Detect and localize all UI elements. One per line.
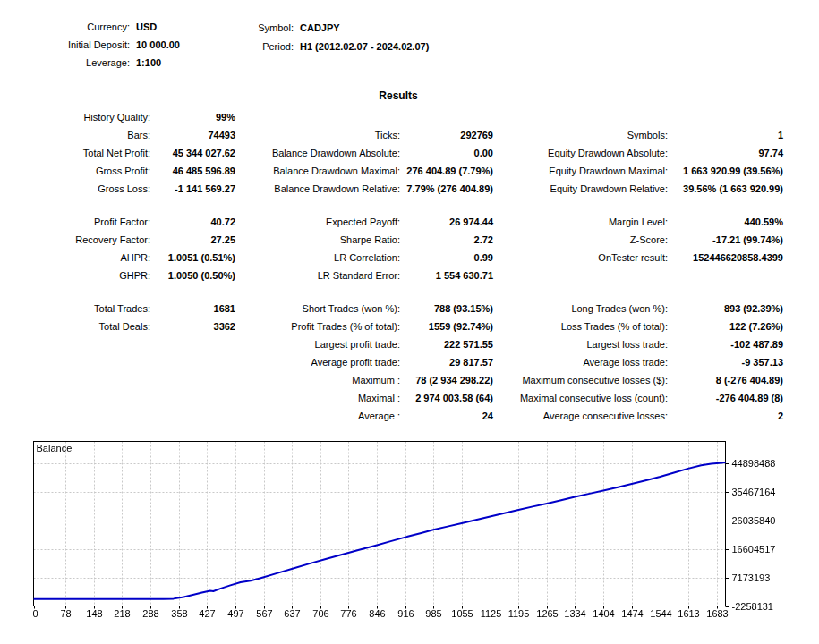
stat-label: Z-Score: — [493, 231, 668, 249]
stat-label: Margin Level: — [493, 213, 668, 231]
stat-label: Ticks: — [235, 126, 400, 144]
header-field-value: CADJPY — [300, 19, 595, 38]
stat-value: 97.74 — [668, 144, 783, 162]
stat-value: 122 (7.26%) — [668, 318, 783, 335]
stat-value: 3362 — [150, 318, 235, 335]
stats-block-trades: Total Trades:1681Short Trades (won %):78… — [0, 300, 783, 425]
stat-value: 788 (93.15%) — [400, 300, 493, 318]
stat-label — [493, 108, 668, 126]
stat-label: Long Trades (won %): — [493, 300, 668, 318]
stat-label: Largest loss trade: — [493, 335, 668, 353]
stat-value: 99% — [150, 108, 235, 126]
stat-value: -1 141 569.27 — [150, 180, 235, 198]
stat-value — [150, 389, 235, 407]
stat-value: 1559 (92.74%) — [400, 318, 493, 335]
stat-value — [150, 371, 235, 389]
stat-label: Gross Profit: — [0, 162, 150, 180]
stat-label: Average loss trade: — [493, 353, 668, 371]
stat-label: Profit Trades (% of total): — [235, 318, 400, 335]
stat-label — [0, 389, 150, 407]
stat-value: 7.79% (276 404.89) — [400, 180, 493, 198]
stat-label — [0, 407, 150, 425]
header-field-label: Period: — [206, 38, 294, 56]
stat-value: 2 — [668, 407, 783, 425]
stat-label — [493, 267, 668, 284]
stat-label: Bars: — [0, 126, 150, 144]
stat-value — [150, 353, 235, 371]
stat-label: Expected Payoff: — [235, 213, 400, 231]
stat-label: Maximum consecutive losses ($): — [493, 371, 668, 389]
stat-label: Equity Drawdown Relative: — [493, 180, 668, 198]
stat-label — [0, 335, 150, 353]
stat-label: Balance Drawdown Maximal: — [235, 162, 400, 180]
stat-label: Gross Loss: — [0, 180, 150, 198]
stat-label: LR Correlation: — [235, 249, 400, 267]
stat-label: Balance Drawdown Absolute: — [235, 144, 400, 162]
stat-value: 893 (92.39%) — [668, 300, 783, 318]
stat-value: 8 (-276 404.89) — [668, 371, 783, 389]
stat-label: Average profit trade: — [235, 353, 400, 371]
stats-block-overview: History Quality:99%Bars:74493Ticks:29276… — [0, 108, 783, 198]
stat-value — [150, 407, 235, 425]
stat-value: 276 404.89 (7.79%) — [400, 162, 493, 180]
strategy-tester-report: Currency:USDInitial Deposit:10 000.00Lev… — [0, 0, 819, 644]
header-field-label: Leverage: — [0, 54, 130, 72]
header-field-label: Initial Deposit: — [0, 36, 130, 54]
stat-label: Average : — [235, 407, 400, 425]
stat-value: 1 — [668, 126, 783, 144]
header-field-label: Symbol: — [206, 19, 294, 38]
stat-label: Total Deals: — [0, 318, 150, 335]
stat-label: Symbols: — [493, 126, 668, 144]
stat-label: OnTester result: — [493, 249, 668, 267]
stat-label — [0, 353, 150, 371]
header-field-label: Currency: — [0, 18, 130, 36]
stat-value: -102 487.89 — [668, 335, 783, 353]
stat-value: 152446620858.4399 — [668, 249, 783, 267]
stat-value: 1.0051 (0.51%) — [150, 249, 235, 267]
stat-label: History Quality: — [0, 108, 150, 126]
stat-value: 46 485 596.89 — [150, 162, 235, 180]
stat-label: Total Trades: — [0, 300, 150, 318]
stat-value: 39.56% (1 663 920.99) — [668, 180, 783, 198]
stat-label: LR Standard Error: — [235, 267, 400, 284]
stat-value: 0.00 — [400, 144, 493, 162]
stat-value: -9 357.13 — [668, 353, 783, 371]
stat-value — [150, 335, 235, 353]
stat-value: 24 — [400, 407, 493, 425]
stat-value — [400, 108, 493, 126]
results-title: Results — [0, 89, 797, 102]
stat-label: Equity Drawdown Absolute: — [493, 144, 668, 162]
stat-value: 74493 — [150, 126, 235, 144]
stat-value — [668, 108, 783, 126]
stat-label: Maximal : — [235, 389, 400, 407]
stat-label: Maximal consecutive loss (count): — [493, 389, 668, 407]
stat-label: Loss Trades (% of total): — [493, 318, 668, 335]
stat-label: Short Trades (won %): — [235, 300, 400, 318]
stat-label: Balance Drawdown Relative: — [235, 180, 400, 198]
header-field-value: 1:100 — [136, 54, 333, 72]
stat-value: 27.25 — [150, 231, 235, 249]
stat-value: 440.59% — [668, 213, 783, 231]
stat-value: 0.99 — [400, 249, 493, 267]
stat-label — [235, 108, 400, 126]
stat-value: 2.72 — [400, 231, 493, 249]
stat-value: 2 974 003.58 (64) — [400, 389, 493, 407]
stat-value: 40.72 — [150, 213, 235, 231]
stat-value: 45 344 027.62 — [150, 144, 235, 162]
header-field-value: H1 (2012.02.07 - 2024.02.07) — [300, 38, 595, 56]
balance-chart — [0, 436, 819, 644]
stat-label: Recovery Factor: — [0, 231, 150, 249]
stat-label: Largest profit trade: — [235, 335, 400, 353]
stat-label: Maximum : — [235, 371, 400, 389]
stat-value: -276 404.89 (8) — [668, 389, 783, 407]
stat-value: 78 (2 934 298.22) — [400, 371, 493, 389]
header-right: Symbol:CADJPYPeriod:H1 (2012.02.07 - 202… — [206, 19, 595, 56]
stat-value: 1.0050 (0.50%) — [150, 267, 235, 284]
stat-label: Equity Drawdown Maximal: — [493, 162, 668, 180]
stat-label: GHPR: — [0, 267, 150, 284]
stat-value: 1 663 920.99 (39.56%) — [668, 162, 783, 180]
stat-label: Average consecutive losses: — [493, 407, 668, 425]
stat-value: 1681 — [150, 300, 235, 318]
stat-value: 1 554 630.71 — [400, 267, 493, 284]
stat-value: 26 974.44 — [400, 213, 493, 231]
